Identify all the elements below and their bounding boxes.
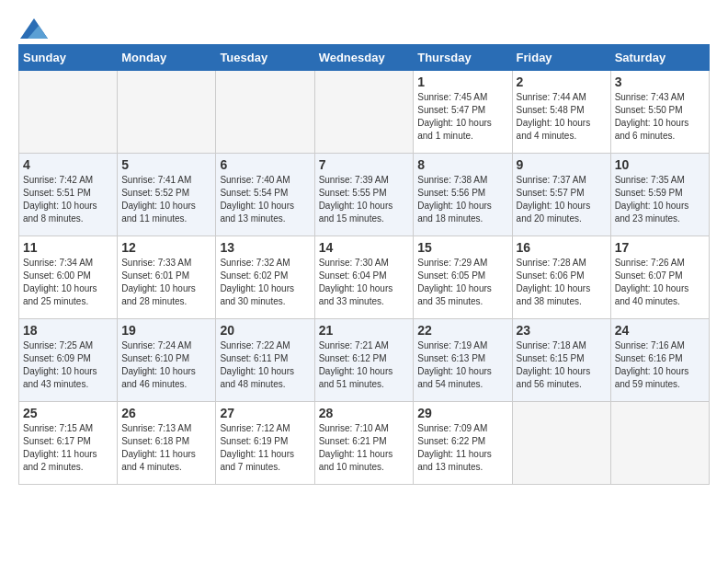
day-info: Sunrise: 7:35 AM Sunset: 5:59 PM Dayligh… <box>615 174 705 225</box>
day-number: 15 <box>417 240 507 255</box>
day-info: Sunrise: 7:32 AM Sunset: 6:02 PM Dayligh… <box>220 257 310 308</box>
day-info: Sunrise: 7:25 AM Sunset: 6:09 PM Dayligh… <box>23 339 113 391</box>
calendar-cell: 11Sunrise: 7:34 AM Sunset: 6:00 PM Dayli… <box>19 236 118 319</box>
day-info: Sunrise: 7:15 AM Sunset: 6:17 PM Dayligh… <box>23 422 113 474</box>
day-number: 14 <box>319 240 410 255</box>
week-row-1: 1Sunrise: 7:45 AM Sunset: 5:47 PM Daylig… <box>19 71 710 154</box>
header-thursday: Thursday <box>414 45 512 71</box>
header-tuesday: Tuesday <box>216 45 314 71</box>
header-monday: Monday <box>118 45 216 71</box>
day-number: 17 <box>615 240 705 255</box>
day-number: 13 <box>220 240 310 255</box>
day-number: 1 <box>417 75 507 89</box>
day-info: Sunrise: 7:44 AM Sunset: 5:48 PM Dayligh… <box>517 91 607 143</box>
day-info: Sunrise: 7:39 AM Sunset: 5:55 PM Dayligh… <box>319 174 410 225</box>
day-info: Sunrise: 7:10 AM Sunset: 6:21 PM Dayligh… <box>319 422 410 474</box>
calendar-cell: 29Sunrise: 7:09 AM Sunset: 6:22 PM Dayli… <box>414 402 512 485</box>
day-info: Sunrise: 7:28 AM Sunset: 6:06 PM Dayligh… <box>517 257 607 308</box>
day-info: Sunrise: 7:45 AM Sunset: 5:47 PM Dayligh… <box>417 91 507 143</box>
day-info: Sunrise: 7:16 AM Sunset: 6:16 PM Dayligh… <box>615 339 705 391</box>
day-number: 26 <box>121 406 211 420</box>
calendar-cell: 19Sunrise: 7:24 AM Sunset: 6:10 PM Dayli… <box>118 319 216 402</box>
day-number: 23 <box>517 323 607 338</box>
header-sunday: Sunday <box>19 45 118 71</box>
day-info: Sunrise: 7:26 AM Sunset: 6:07 PM Dayligh… <box>615 257 705 308</box>
calendar-cell: 25Sunrise: 7:15 AM Sunset: 6:17 PM Dayli… <box>19 402 118 485</box>
day-info: Sunrise: 7:41 AM Sunset: 5:52 PM Dayligh… <box>121 174 211 225</box>
calendar-cell: 14Sunrise: 7:30 AM Sunset: 6:04 PM Dayli… <box>314 236 414 319</box>
day-info: Sunrise: 7:21 AM Sunset: 6:12 PM Dayligh… <box>319 339 410 391</box>
calendar-cell: 23Sunrise: 7:18 AM Sunset: 6:15 PM Dayli… <box>512 319 610 402</box>
day-number: 3 <box>615 75 705 89</box>
day-number: 22 <box>417 323 507 338</box>
calendar-cell: 21Sunrise: 7:21 AM Sunset: 6:12 PM Dayli… <box>314 319 414 402</box>
calendar-cell: 6Sunrise: 7:40 AM Sunset: 5:54 PM Daylig… <box>216 154 314 236</box>
day-number: 28 <box>319 406 410 420</box>
calendar-cell: 28Sunrise: 7:10 AM Sunset: 6:21 PM Dayli… <box>314 402 414 485</box>
day-number: 2 <box>517 75 607 89</box>
calendar-cell: 7Sunrise: 7:39 AM Sunset: 5:55 PM Daylig… <box>314 154 414 236</box>
calendar-cell: 24Sunrise: 7:16 AM Sunset: 6:16 PM Dayli… <box>610 319 709 402</box>
day-number: 10 <box>615 157 705 172</box>
day-info: Sunrise: 7:12 AM Sunset: 6:19 PM Dayligh… <box>220 422 310 474</box>
logo <box>18 18 48 35</box>
day-info: Sunrise: 7:42 AM Sunset: 5:51 PM Dayligh… <box>23 174 113 225</box>
day-info: Sunrise: 7:13 AM Sunset: 6:18 PM Dayligh… <box>121 422 211 474</box>
calendar-cell: 26Sunrise: 7:13 AM Sunset: 6:18 PM Dayli… <box>118 402 216 485</box>
calendar-cell: 18Sunrise: 7:25 AM Sunset: 6:09 PM Dayli… <box>19 319 118 402</box>
week-row-3: 11Sunrise: 7:34 AM Sunset: 6:00 PM Dayli… <box>19 236 710 319</box>
day-info: Sunrise: 7:24 AM Sunset: 6:10 PM Dayligh… <box>121 339 211 391</box>
calendar-cell: 5Sunrise: 7:41 AM Sunset: 5:52 PM Daylig… <box>118 154 216 236</box>
day-number: 7 <box>319 157 410 172</box>
calendar-cell: 2Sunrise: 7:44 AM Sunset: 5:48 PM Daylig… <box>512 71 610 154</box>
page-header <box>18 18 710 35</box>
calendar-cell: 1Sunrise: 7:45 AM Sunset: 5:47 PM Daylig… <box>414 71 512 154</box>
week-row-5: 25Sunrise: 7:15 AM Sunset: 6:17 PM Dayli… <box>19 402 710 485</box>
day-number: 12 <box>121 240 211 255</box>
calendar-cell: 3Sunrise: 7:43 AM Sunset: 5:50 PM Daylig… <box>610 71 709 154</box>
calendar: SundayMondayTuesdayWednesdayThursdayFrid… <box>18 44 710 485</box>
day-number: 25 <box>23 406 113 420</box>
calendar-cell <box>314 71 414 154</box>
day-info: Sunrise: 7:37 AM Sunset: 5:57 PM Dayligh… <box>517 174 607 225</box>
day-info: Sunrise: 7:09 AM Sunset: 6:22 PM Dayligh… <box>417 422 507 474</box>
day-number: 4 <box>23 157 113 172</box>
day-number: 21 <box>319 323 410 338</box>
calendar-cell: 17Sunrise: 7:26 AM Sunset: 6:07 PM Dayli… <box>610 236 709 319</box>
calendar-cell: 8Sunrise: 7:38 AM Sunset: 5:56 PM Daylig… <box>414 154 512 236</box>
day-info: Sunrise: 7:19 AM Sunset: 6:13 PM Dayligh… <box>417 339 507 391</box>
day-info: Sunrise: 7:38 AM Sunset: 5:56 PM Dayligh… <box>417 174 507 225</box>
day-info: Sunrise: 7:18 AM Sunset: 6:15 PM Dayligh… <box>517 339 607 391</box>
day-info: Sunrise: 7:22 AM Sunset: 6:11 PM Dayligh… <box>220 339 310 391</box>
day-number: 24 <box>615 323 705 338</box>
day-info: Sunrise: 7:30 AM Sunset: 6:04 PM Dayligh… <box>319 257 410 308</box>
day-number: 27 <box>220 406 310 420</box>
day-number: 29 <box>417 406 507 420</box>
calendar-cell: 15Sunrise: 7:29 AM Sunset: 6:05 PM Dayli… <box>414 236 512 319</box>
day-info: Sunrise: 7:34 AM Sunset: 6:00 PM Dayligh… <box>23 257 113 308</box>
day-number: 6 <box>220 157 310 172</box>
calendar-cell: 9Sunrise: 7:37 AM Sunset: 5:57 PM Daylig… <box>512 154 610 236</box>
header-saturday: Saturday <box>610 45 709 71</box>
week-row-2: 4Sunrise: 7:42 AM Sunset: 5:51 PM Daylig… <box>19 154 710 236</box>
week-row-4: 18Sunrise: 7:25 AM Sunset: 6:09 PM Dayli… <box>19 319 710 402</box>
header-friday: Friday <box>512 45 610 71</box>
day-info: Sunrise: 7:33 AM Sunset: 6:01 PM Dayligh… <box>121 257 211 308</box>
calendar-cell: 13Sunrise: 7:32 AM Sunset: 6:02 PM Dayli… <box>216 236 314 319</box>
calendar-header-row: SundayMondayTuesdayWednesdayThursdayFrid… <box>19 45 710 71</box>
logo-icon <box>20 18 48 39</box>
calendar-cell <box>19 71 118 154</box>
day-number: 9 <box>517 157 607 172</box>
calendar-cell: 16Sunrise: 7:28 AM Sunset: 6:06 PM Dayli… <box>512 236 610 319</box>
day-info: Sunrise: 7:29 AM Sunset: 6:05 PM Dayligh… <box>417 257 507 308</box>
calendar-cell: 22Sunrise: 7:19 AM Sunset: 6:13 PM Dayli… <box>414 319 512 402</box>
day-number: 11 <box>23 240 113 255</box>
day-number: 8 <box>417 157 507 172</box>
calendar-cell <box>512 402 610 485</box>
calendar-cell: 12Sunrise: 7:33 AM Sunset: 6:01 PM Dayli… <box>118 236 216 319</box>
day-number: 5 <box>121 157 211 172</box>
logo-text <box>18 18 48 39</box>
day-number: 16 <box>517 240 607 255</box>
day-info: Sunrise: 7:43 AM Sunset: 5:50 PM Dayligh… <box>615 91 705 143</box>
day-info: Sunrise: 7:40 AM Sunset: 5:54 PM Dayligh… <box>220 174 310 225</box>
